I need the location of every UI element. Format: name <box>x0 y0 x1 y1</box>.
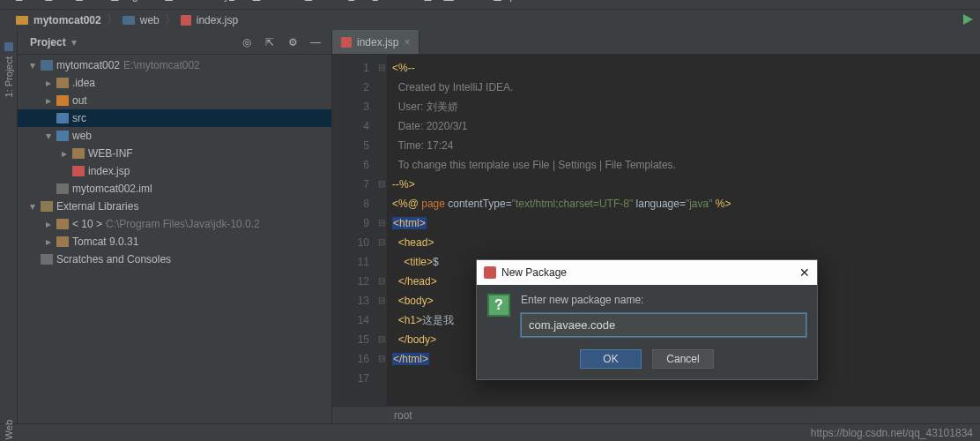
cancel-button[interactable]: Cancel <box>652 349 714 369</box>
menu-run[interactable]: Run <box>341 0 360 4</box>
nav-sep: 〉 <box>165 12 175 27</box>
folder-icon <box>56 236 69 247</box>
folder-orange-icon <box>56 95 69 106</box>
tree-row[interactable]: ▾ web <box>18 127 331 145</box>
expand-arrow-icon[interactable]: ▸ <box>60 147 69 160</box>
web-tool-label[interactable]: Web <box>4 420 14 439</box>
editor-breadcrumb[interactable]: root <box>332 406 980 423</box>
tree-row[interactable]: ▾ External Libraries <box>18 198 331 215</box>
folder-blue-icon <box>56 113 69 123</box>
folder-icon <box>56 219 69 229</box>
menu-edit[interactable]: Edit <box>45 0 63 4</box>
menu-analyze[interactable]: Analyze <box>203 0 241 4</box>
dialog-titlebar[interactable]: New Package ✕ <box>477 260 817 285</box>
menu-tools[interactable]: Tools <box>373 0 397 4</box>
tree-row[interactable]: ▸ out <box>18 92 331 109</box>
tree-label: < 10 > <box>72 218 102 230</box>
tree-row[interactable]: mytomcat002.iml <box>18 180 331 198</box>
folder-blue-icon <box>56 131 69 141</box>
expand-arrow-icon[interactable]: ▸ <box>44 218 53 230</box>
tree-row[interactable]: index.jsp <box>18 162 331 180</box>
line-number-gutter: 1234567891011121314151617 <box>332 55 376 406</box>
module-icon <box>41 60 53 71</box>
tree-label: mytomcat002 <box>56 59 120 71</box>
minimize-icon[interactable]: — <box>307 34 324 51</box>
tree-label: WEB-INF <box>88 147 133 160</box>
nav-folder[interactable]: web <box>140 14 160 26</box>
file-icon <box>56 183 69 194</box>
navigation-bar: mytomcat002 〉 web 〉 index.jsp <box>0 9 980 30</box>
menu-refactor[interactable]: Refactor <box>253 0 293 4</box>
nav-project[interactable]: mytomcat002 <box>33 14 101 26</box>
new-package-dialog: New Package ✕ ? Enter new package name: … <box>476 259 818 380</box>
tree-label: Tomcat 9.0.31 <box>72 235 138 248</box>
dialog-app-icon <box>484 266 496 279</box>
dialog-title: New Package <box>501 266 567 279</box>
tree-label: .idea <box>72 77 95 89</box>
folder-icon <box>122 16 135 25</box>
jsp-file-icon <box>341 37 352 48</box>
close-icon[interactable]: × <box>404 36 410 49</box>
tab-label: index.jsp <box>357 36 398 49</box>
expand-arrow-icon[interactable]: ▸ <box>44 77 53 89</box>
left-tool-gutter: 1: Project <box>0 30 18 423</box>
expand-arrow-icon[interactable]: ▸ <box>44 94 53 107</box>
svg-marker-0 <box>963 14 973 25</box>
nav-file[interactable]: index.jsp <box>197 14 238 26</box>
tab-index-jsp[interactable]: index.jsp × <box>332 30 419 54</box>
tree-row[interactable]: ▸ WEB-INF <box>18 145 331 162</box>
tree-label: mytomcat002.iml <box>72 183 152 195</box>
tree-row[interactable]: ▸ < 10 > C:\Program Files\Java\jdk-10.0.… <box>18 215 331 233</box>
target-icon[interactable]: ◎ <box>238 34 256 51</box>
question-icon: ? <box>487 294 510 317</box>
tree-row[interactable]: src <box>18 109 331 127</box>
tree-label: out <box>72 94 87 107</box>
project-panel-title[interactable]: Project <box>30 36 66 49</box>
project-tool-window: Project ▾ ◎ ⇱ ⚙ — ▾ mytomcat002 E:\mytom… <box>18 30 331 423</box>
tree-path-dim: E:\mytomcat002 <box>123 59 200 71</box>
folder-icon <box>72 148 85 159</box>
project-tool-icon[interactable] <box>4 42 13 51</box>
menu-vcs[interactable]: VCS <box>410 0 432 4</box>
folder-icon <box>56 78 69 88</box>
expand-arrow-icon[interactable]: ▾ <box>44 130 53 142</box>
menu-help[interactable]: Help <box>494 0 516 4</box>
fold-gutter[interactable]: ⊟⊟⊟⊟⊟⊟⊟⊟ <box>376 55 387 406</box>
tree-row[interactable]: ▸ Tomcat 9.0.31 <box>18 233 331 250</box>
nav-sep: 〉 <box>107 12 117 27</box>
run-button[interactable] <box>961 12 975 26</box>
expand-arrow-icon[interactable]: ▾ <box>28 59 37 71</box>
dropdown-icon[interactable]: ▾ <box>71 36 77 49</box>
tree-label: index.jsp <box>88 165 130 177</box>
project-icon <box>16 16 28 25</box>
breadcrumb-root[interactable]: root <box>394 409 412 422</box>
ok-button[interactable]: OK <box>580 349 642 369</box>
menu-build[interactable]: Build <box>305 0 329 4</box>
tree-label: Scratches and Consoles <box>56 253 171 265</box>
lib-icon <box>41 201 53 212</box>
status-bar: https://blog.csdn.net/qq_43101834 <box>0 423 980 441</box>
gear-icon[interactable]: ⚙ <box>284 34 301 51</box>
tree-row[interactable]: ▸ .idea <box>18 74 331 92</box>
project-tree[interactable]: ▾ mytomcat002 E:\mytomcat002▸ .idea▸ out… <box>18 55 331 423</box>
expand-arrow-icon[interactable]: ▸ <box>44 235 53 248</box>
menu-navigate[interactable]: Navigate <box>111 0 152 4</box>
tree-row[interactable]: Scratches and Consoles <box>18 250 331 268</box>
tree-label: src <box>72 112 86 124</box>
file-icon <box>41 254 53 265</box>
menu-code[interactable]: Code <box>165 0 190 4</box>
close-icon[interactable]: ✕ <box>799 265 810 280</box>
collapse-all-icon[interactable]: ⇱ <box>261 34 278 51</box>
jsp-file-icon <box>181 15 191 26</box>
tree-label: External Libraries <box>56 200 138 213</box>
dialog-prompt: Enter new package name: <box>521 294 806 306</box>
expand-arrow-icon[interactable]: ▾ <box>28 200 37 213</box>
menu-view[interactable]: View <box>76 0 99 4</box>
package-name-input[interactable] <box>521 313 806 337</box>
menu-file[interactable]: File <box>16 0 33 4</box>
tree-path-dim: C:\Program Files\Java\jdk-10.0.2 <box>106 218 260 230</box>
tree-row[interactable]: ▾ mytomcat002 E:\mytomcat002 <box>18 56 331 74</box>
menu-window[interactable]: Window <box>443 0 481 4</box>
project-tool-label[interactable]: 1: Project <box>4 56 14 97</box>
status-url: https://blog.csdn.net/qq_43101834 <box>811 427 973 439</box>
